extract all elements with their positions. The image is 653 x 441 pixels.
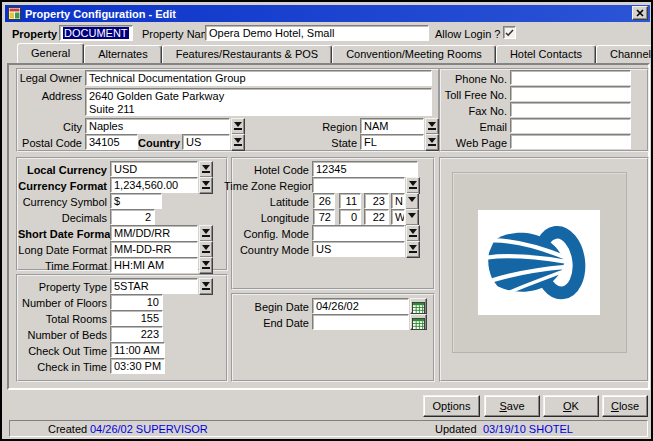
currency-format-lov-button[interactable] <box>199 177 213 194</box>
latitude-seconds-field[interactable]: 23 <box>364 193 389 209</box>
region-lov-button[interactable] <box>425 118 439 135</box>
property-input[interactable]: DOCUMENT <box>59 25 133 41</box>
longitude-direction-field[interactable]: W <box>391 209 405 225</box>
address-line-2: Suite 211 <box>89 103 428 116</box>
opera-logo <box>484 217 594 309</box>
property-selected-text: DOCUMENT <box>63 27 129 39</box>
tab-features-restaurants-pos[interactable]: Features/Restaurants & POS <box>162 45 332 63</box>
decimals-field[interactable]: 2 <box>110 209 155 225</box>
toll-free-field[interactable] <box>510 86 631 101</box>
time-zone-region-field[interactable] <box>312 177 405 193</box>
options-button[interactable]: Options <box>423 395 480 417</box>
time-format-lov-button[interactable] <box>199 257 213 274</box>
local-currency-field[interactable]: USD <box>110 161 198 177</box>
country-mode-field[interactable]: US <box>312 241 405 257</box>
tab-hotel-contacts[interactable]: Hotel Contacts <box>496 45 596 63</box>
updated-label: Updated <box>435 423 477 436</box>
time-zone-region-label: Time Zone Region <box>224 180 309 193</box>
close-button-bottom[interactable]: Close <box>602 395 648 417</box>
allow-login-label: Allow Login ? <box>435 28 501 41</box>
email-label: Email <box>442 121 507 134</box>
legal-owner-field[interactable]: Technical Documentation Group <box>85 70 432 86</box>
created-label: Created <box>48 423 87 436</box>
property-type-label: Property Type <box>18 281 107 294</box>
save-button[interactable]: Save <box>484 395 540 417</box>
check-in-time-field[interactable]: 03:30 PM <box>110 358 165 374</box>
long-date-format-field[interactable]: MM-DD-RR <box>110 241 198 257</box>
lov-arrow-icon <box>428 122 437 130</box>
tab-convention-meeting-rooms[interactable]: Convention/Meeting Rooms <box>332 45 496 63</box>
phone-field[interactable] <box>510 70 631 85</box>
postal-code-field[interactable]: 34105 <box>85 134 138 150</box>
property-configuration-window: Property Configuration - Edit Property D… <box>0 0 653 441</box>
short-date-format-lov-button[interactable] <box>199 225 213 242</box>
property-name-input[interactable]: Opera Demo Hotel, Small <box>205 25 429 41</box>
fax-field[interactable] <box>510 102 631 117</box>
long-date-format-lov-button[interactable] <box>199 241 213 258</box>
longitude-minutes-field[interactable]: 0 <box>339 209 361 225</box>
currency-format-label: Currency Format <box>18 180 107 193</box>
lov-arrow-icon <box>202 181 211 189</box>
number-of-beds-label: Number of Beds <box>18 329 107 342</box>
web-page-label: Web Page <box>442 137 507 150</box>
latitude-direction-field[interactable]: N <box>391 193 405 209</box>
property-type-field[interactable]: 5STAR <box>110 278 198 294</box>
begin-date-field[interactable]: 04/26/02 <box>312 298 409 314</box>
allow-login-checkbox[interactable] <box>503 26 516 39</box>
ok-button[interactable]: OK <box>543 395 599 417</box>
tab-general[interactable]: General <box>17 43 84 63</box>
country-lov-button[interactable] <box>231 134 245 151</box>
state-lov-button[interactable] <box>425 134 439 151</box>
check-out-time-field[interactable]: 11:00 AM <box>110 342 165 358</box>
latitude-label: Latitude <box>234 196 309 209</box>
city-field[interactable]: Naples <box>85 118 230 134</box>
updated-value: 03/19/10 SHOTEL <box>483 423 573 436</box>
city-label: City <box>18 121 82 134</box>
property-type-lov-button[interactable] <box>199 278 213 295</box>
short-date-format-label: Short Date Format <box>18 228 107 241</box>
address-field[interactable]: 2640 Golden Gate Parkway Suite 211 <box>85 88 432 116</box>
latitude-minutes-field[interactable]: 11 <box>339 193 361 209</box>
currency-format-field[interactable]: 1,234,560.00 <box>110 177 198 193</box>
city-lov-button[interactable] <box>231 118 245 135</box>
currency-symbol-field[interactable]: $ <box>110 193 162 209</box>
checkmark-icon <box>505 29 514 37</box>
longitude-seconds-field[interactable]: 22 <box>364 209 389 225</box>
web-page-field[interactable] <box>510 134 631 149</box>
longitude-degrees-field[interactable]: 72 <box>313 209 335 225</box>
state-field[interactable]: FL <box>360 134 424 150</box>
email-field[interactable] <box>510 118 631 133</box>
tab-bar: General Alternates Features/Restaurants … <box>17 43 653 63</box>
status-bar: Created 04/26/02 SUPERVISOR Updated 03/1… <box>9 420 648 437</box>
region-label: Region <box>302 121 357 134</box>
config-mode-field[interactable] <box>312 225 405 241</box>
number-of-floors-field[interactable]: 10 <box>110 294 163 310</box>
region-field[interactable]: NAM <box>360 118 424 134</box>
time-zone-region-lov-button[interactable] <box>406 177 420 194</box>
total-rooms-field[interactable]: 155 <box>110 310 163 326</box>
begin-date-calendar-button[interactable] <box>410 298 427 314</box>
number-of-beds-field[interactable]: 223 <box>110 326 163 342</box>
latitude-degrees-field[interactable]: 26 <box>313 193 335 209</box>
long-date-format-label: Long Date Format <box>18 244 107 257</box>
number-of-floors-label: Number of Floors <box>18 297 107 310</box>
config-mode-lov-button[interactable] <box>406 225 420 242</box>
country-field[interactable]: US <box>182 134 230 150</box>
end-date-calendar-button[interactable] <box>410 314 427 330</box>
latitude-direction-dropdown[interactable] <box>405 193 419 210</box>
short-date-format-field[interactable]: MM/DD/RR <box>110 225 198 241</box>
time-format-field[interactable]: HH:MI AM <box>110 257 198 273</box>
titlebar[interactable]: Property Configuration - Edit <box>5 5 650 22</box>
country-mode-lov-button[interactable] <box>406 241 420 258</box>
property-name-label: Property Name <box>142 28 206 41</box>
close-button[interactable] <box>632 6 648 20</box>
longitude-direction-dropdown[interactable] <box>405 209 419 226</box>
local-currency-lov-button[interactable] <box>199 161 213 178</box>
tab-channel[interactable]: Channel <box>596 45 653 63</box>
address-label: Address <box>18 90 82 103</box>
lov-arrow-icon <box>409 245 418 253</box>
hotel-code-field[interactable]: 12345 <box>312 161 418 177</box>
end-date-field[interactable] <box>312 314 409 330</box>
tab-alternates[interactable]: Alternates <box>84 45 162 63</box>
lov-arrow-icon <box>234 122 243 130</box>
